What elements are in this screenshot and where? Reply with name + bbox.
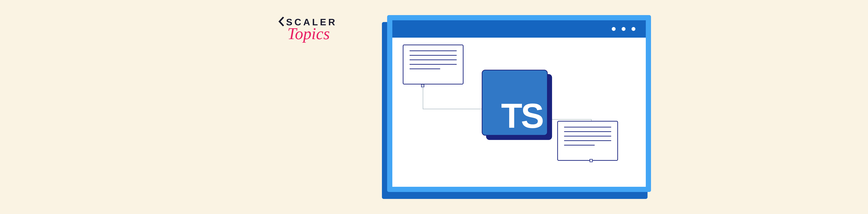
connector-node [590, 159, 593, 162]
text-line [409, 64, 457, 65]
browser-window-illustration: TS [382, 15, 651, 199]
text-line [409, 69, 440, 69]
logo-topics-text: Topics [287, 26, 337, 41]
document-card [403, 44, 464, 84]
text-line [564, 136, 611, 137]
window-control-dot [622, 27, 625, 31]
text-line [564, 145, 595, 145]
illustration-container: SCALER Topics [278, 12, 764, 202]
text-line [409, 60, 457, 60]
window-main: TS [387, 15, 651, 192]
typescript-logo-text: TS [501, 101, 543, 131]
scaler-topics-logo: SCALER Topics [278, 17, 337, 41]
window-body: TS [392, 38, 646, 187]
window-titlebar [392, 20, 646, 38]
typescript-badge: TS [482, 70, 548, 136]
connector-line [423, 84, 423, 109]
document-card [557, 121, 618, 161]
chevron-left-icon [278, 17, 285, 27]
window-control-dot [612, 27, 616, 31]
text-line [564, 131, 611, 132]
text-line [564, 127, 611, 128]
window-control-dot [631, 27, 636, 31]
connector-line [423, 109, 482, 109]
text-line [409, 55, 457, 56]
connector-line [549, 119, 591, 120]
text-line [409, 50, 457, 51]
text-line [564, 140, 611, 141]
